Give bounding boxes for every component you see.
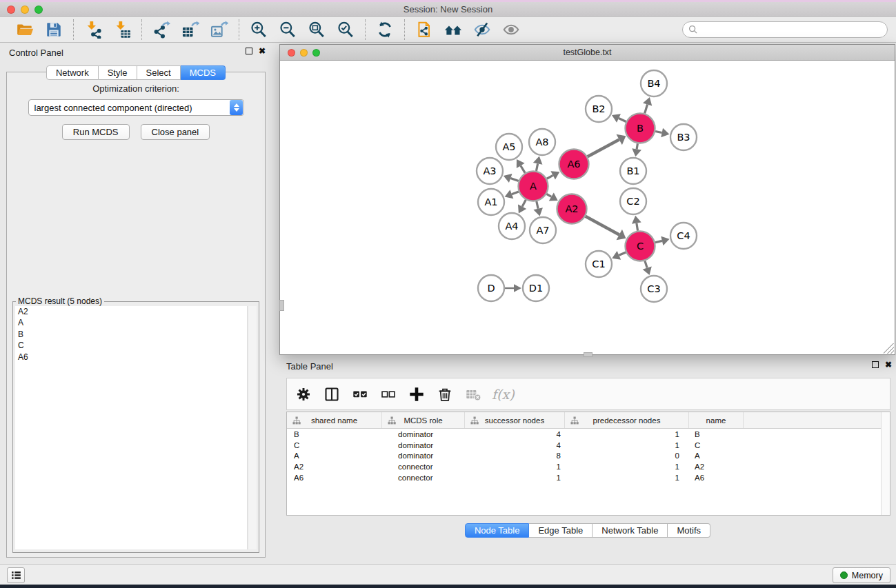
edge-A-A8[interactable]: [536, 163, 537, 171]
edge-C-C2[interactable]: [637, 223, 638, 231]
column-header-MCDS-role[interactable]: MCDS role: [382, 412, 465, 428]
edge-A-A7[interactable]: [537, 201, 538, 209]
vertical-scroll-thumb[interactable]: [279, 300, 284, 311]
open-browser-button[interactable]: [444, 20, 463, 39]
network-window-titlebar[interactable]: testGlobe.txt: [280, 45, 895, 61]
settings-button[interactable]: [294, 385, 313, 404]
edge-B-B4[interactable]: [645, 105, 648, 114]
graph-node-C[interactable]: C: [626, 232, 655, 261]
close-panel-button[interactable]: Close panel: [141, 124, 210, 140]
graph-node-B3[interactable]: B3: [670, 124, 697, 150]
table-tab-node-table[interactable]: Node Table: [465, 523, 530, 538]
column-header-successor-nodes[interactable]: successor nodes: [465, 412, 565, 428]
show-graphics-details-button[interactable]: [501, 20, 521, 39]
mcds-result-scrollbar[interactable]: [248, 306, 257, 549]
graph-node-A8[interactable]: A8: [529, 129, 555, 155]
edge-C-C4[interactable]: [655, 241, 662, 242]
table-row[interactable]: Adominator80A: [287, 451, 890, 462]
edge-A-A3[interactable]: [510, 179, 519, 181]
refresh-network-button[interactable]: [375, 20, 395, 39]
run-mcds-button[interactable]: Run MCDS: [62, 124, 130, 140]
graph-node-B2[interactable]: B2: [586, 96, 612, 122]
graph-node-A3[interactable]: A3: [477, 158, 503, 184]
graph-node-A1[interactable]: A1: [478, 189, 504, 215]
float-table-panel-icon[interactable]: [872, 361, 879, 368]
graph-node-A4[interactable]: A4: [499, 213, 525, 239]
table-row[interactable]: Bdominator41B: [287, 429, 890, 440]
search-box[interactable]: [682, 21, 888, 38]
table-tab-network-table[interactable]: Network Table: [593, 523, 668, 538]
float-panel-icon[interactable]: [246, 48, 252, 54]
edge-A2-C[interactable]: [586, 216, 619, 235]
zoom-fit-button[interactable]: [307, 20, 326, 39]
mcds-result-item[interactable]: A2: [15, 306, 247, 318]
network-canvas[interactable]: B4B2BB3A5A8A6A3B1AA1C2A2A4A7C4CC1C3DD1: [280, 61, 895, 354]
graph-node-A7[interactable]: A7: [530, 217, 556, 243]
graph-node-D[interactable]: D: [478, 275, 504, 301]
hide-graphics-details-button[interactable]: [472, 20, 492, 39]
graph-node-C3[interactable]: C3: [641, 276, 667, 302]
memory-button[interactable]: Memory: [833, 567, 890, 583]
import-table-button[interactable]: [112, 20, 132, 39]
tab-network[interactable]: Network: [46, 65, 99, 80]
edge-C-C1[interactable]: [619, 252, 626, 255]
mcds-result-item[interactable]: B: [15, 329, 247, 341]
edge-A-A6[interactable]: [547, 175, 553, 179]
import-network-button[interactable]: [83, 20, 103, 39]
task-history-button[interactable]: [7, 567, 25, 583]
graph-node-B1[interactable]: B1: [620, 158, 646, 184]
tab-mcds[interactable]: MCDS: [181, 65, 226, 80]
export-network-button[interactable]: [152, 20, 171, 39]
edge-A6-B[interactable]: [588, 139, 619, 156]
tab-style[interactable]: Style: [99, 65, 137, 80]
edge-C-C3[interactable]: [645, 261, 647, 267]
edge-A-A5[interactable]: [521, 165, 525, 173]
graph-node-A2[interactable]: A2: [557, 194, 587, 224]
edge-B-B3[interactable]: [655, 132, 662, 133]
table-row[interactable]: A2connector11A2: [287, 461, 890, 472]
zoom-in-button[interactable]: [249, 20, 268, 39]
zoom-out-button[interactable]: [278, 20, 297, 39]
edge-A-A4[interactable]: [522, 200, 526, 207]
graph-node-C2[interactable]: C2: [620, 188, 646, 214]
edge-A-A1[interactable]: [512, 192, 519, 194]
edge-A-A2[interactable]: [546, 194, 551, 196]
edge-B-B2[interactable]: [619, 119, 626, 122]
graph-node-C4[interactable]: C4: [670, 223, 697, 249]
graph-node-A5[interactable]: A5: [496, 134, 522, 160]
graph-node-A[interactable]: A: [519, 172, 548, 201]
optimization-criterion-select[interactable]: largest connected component (directed): [28, 99, 244, 116]
open-file-button[interactable]: [15, 20, 34, 39]
graph-node-C1[interactable]: C1: [586, 251, 612, 277]
columns-button[interactable]: [322, 385, 341, 404]
deselect-all-button[interactable]: [379, 385, 398, 404]
export-table-button[interactable]: [181, 20, 200, 39]
save-session-button[interactable]: [44, 20, 63, 39]
edge-B-B1[interactable]: [637, 143, 637, 149]
column-header-shared-name[interactable]: shared name: [287, 412, 382, 428]
mcds-result-item[interactable]: A6: [15, 352, 247, 363]
graph-node-B[interactable]: B: [626, 114, 655, 143]
add-column-button[interactable]: [407, 385, 426, 404]
table-row[interactable]: A6connector11A6: [287, 472, 890, 483]
horizontal-scroll-thumb[interactable]: [584, 352, 593, 357]
table-tab-edge-table[interactable]: Edge Table: [529, 523, 593, 538]
table-scrollbar[interactable]: [881, 412, 890, 515]
table-row[interactable]: Cdominator41C: [287, 440, 890, 451]
window-resize-grip[interactable]: [884, 343, 894, 354]
graph-node-D1[interactable]: D1: [523, 275, 549, 301]
graph-node-B4[interactable]: B4: [641, 70, 667, 97]
mcds-result-item[interactable]: A: [15, 318, 247, 330]
column-header-predecessor-nodes[interactable]: predecessor nodes: [565, 412, 689, 428]
graph-node-A6[interactable]: A6: [559, 150, 589, 179]
column-header-name[interactable]: name: [689, 412, 744, 428]
export-image-button[interactable]: [210, 20, 229, 39]
search-input[interactable]: [701, 25, 882, 34]
zoom-selected-button[interactable]: [336, 20, 355, 39]
tab-select[interactable]: Select: [137, 65, 181, 80]
delete-column-button[interactable]: [435, 385, 455, 404]
network-from-selection-button[interactable]: [415, 20, 434, 39]
close-panel-icon[interactable]: ✖: [259, 48, 266, 54]
mcds-result-item[interactable]: C: [15, 341, 247, 352]
select-all-button[interactable]: [350, 385, 370, 404]
